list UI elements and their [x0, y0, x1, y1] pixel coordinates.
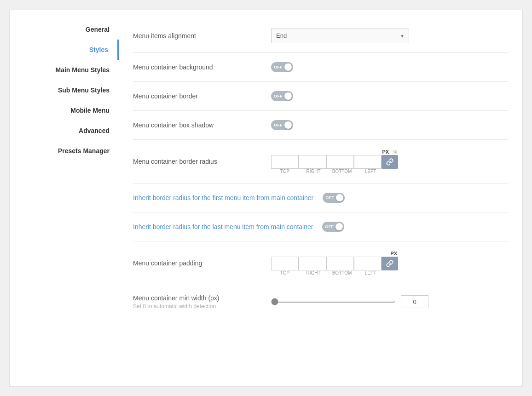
setting-inherit-border-first: Inherit border radius for the first menu… [133, 184, 509, 212]
label-inherit-border-last: Inherit border radius for the last menu … [133, 223, 313, 230]
setting-menu-items-alignment: Menu items alignment Start Center End [133, 19, 509, 53]
label-inherit-border-first: Inherit border radius for the first menu… [133, 194, 313, 201]
label-padding-top: TOP [271, 270, 299, 275]
label-menu-container-background: Menu container background [133, 63, 262, 71]
dimension-inputs-row [271, 155, 398, 169]
control-menu-container-border-radius: PX % [271, 149, 398, 174]
label-menu-container-padding: Menu container padding [133, 259, 262, 267]
border-radius-right-input[interactable] [299, 155, 326, 169]
setting-menu-container-background: Menu container background OFF [133, 53, 509, 82]
link-dimensions-button[interactable] [382, 155, 398, 169]
min-width-slider[interactable] [271, 301, 395, 303]
toggle-off-label-4: OFF [325, 195, 334, 200]
border-radius-bottom-input[interactable] [326, 155, 354, 169]
toggle-off-label-3: OFF [274, 123, 283, 127]
setting-menu-container-box-shadow: Menu container box shadow OFF [133, 111, 509, 140]
border-radius-left-input[interactable] [354, 155, 382, 169]
padding-bottom-input[interactable] [326, 257, 354, 270]
dimension-inputs-padding-row [271, 257, 398, 270]
sidebar-item-advanced[interactable]: Advanced [10, 121, 119, 141]
toggle-inherit-border-first[interactable]: OFF [323, 193, 345, 203]
sidebar-item-sub-menu-styles[interactable]: Sub Menu Styles [10, 80, 119, 100]
sidebar-item-styles[interactable]: Styles [10, 40, 119, 60]
border-radius-top-input[interactable] [271, 155, 299, 169]
toggle-off-label: OFF [274, 65, 283, 69]
padding-right-input[interactable] [299, 257, 326, 270]
toggle-menu-container-box-shadow[interactable]: OFF [271, 120, 293, 130]
content-area: Menu items alignment Start Center End Me… [119, 10, 522, 386]
dimension-inputs-padding: PX [271, 251, 398, 275]
select-alignment[interactable]: Start Center End [271, 29, 409, 43]
link-padding-icon [386, 260, 393, 267]
select-wrapper-alignment: Start Center End [271, 29, 409, 43]
control-menu-items-alignment: Start Center End [271, 29, 409, 43]
unit-px-btn[interactable]: PX [382, 149, 390, 155]
label-padding-right: RIGHT [300, 270, 327, 275]
label-menu-container-box-shadow: Menu container box shadow [133, 121, 262, 129]
link-padding-button[interactable] [382, 257, 398, 270]
setting-menu-container-padding: Menu container padding PX [133, 241, 509, 285]
control-menu-container-min-width [271, 295, 428, 308]
main-container: General Styles Main Menu Styles Sub Menu… [9, 10, 523, 387]
setting-menu-container-min-width: Menu container min width (px) Set 0 to a… [133, 285, 509, 319]
unit-row-border-radius: PX % [271, 149, 398, 155]
control-inherit-border-last: OFF [322, 222, 344, 232]
unit-px-btn-padding[interactable]: PX [389, 251, 398, 256]
sidebar-item-general[interactable]: General [10, 19, 119, 40]
toggle-off-label-2: OFF [274, 94, 283, 98]
toggle-off-label-5: OFF [325, 224, 334, 229]
label-menu-container-min-width: Menu container min width (px) Set 0 to a… [133, 294, 262, 310]
padding-top-input[interactable] [271, 257, 299, 270]
dimension-labels-row: TOP RIGHT BOTTOM LEFT [271, 169, 398, 174]
unit-row-padding: PX [271, 251, 398, 256]
unit-percent-btn[interactable]: % [392, 149, 398, 155]
link-icon [386, 158, 393, 166]
control-menu-container-background: OFF [271, 62, 293, 72]
label-right: RIGHT [300, 169, 327, 174]
label-menu-container-border-radius: Menu container border radius [133, 158, 262, 165]
label-menu-container-border: Menu container border [133, 92, 262, 100]
sidebar-item-presets-manager[interactable]: Presets Manager [10, 141, 119, 161]
control-menu-container-padding: PX [271, 251, 398, 275]
min-width-value-input[interactable] [401, 295, 428, 308]
dimension-inputs-border-radius: PX % [271, 149, 398, 174]
label-bottom: BOTTOM [328, 169, 356, 174]
padding-left-input[interactable] [354, 257, 382, 270]
label-top: TOP [271, 169, 299, 174]
setting-inherit-border-last: Inherit border radius for the last menu … [133, 212, 509, 241]
setting-menu-container-border: Menu container border OFF [133, 82, 509, 111]
label-padding-bottom: BOTTOM [328, 270, 356, 275]
control-menu-container-border: OFF [271, 91, 293, 101]
control-menu-container-box-shadow: OFF [271, 120, 293, 130]
control-inherit-border-first: OFF [323, 193, 345, 203]
label-padding-left: LEFT [357, 270, 384, 275]
dimension-labels-padding-row: TOP RIGHT BOTTOM LEFT [271, 270, 398, 275]
setting-menu-container-border-radius: Menu container border radius PX % [133, 140, 509, 184]
label-left: LEFT [357, 169, 384, 174]
sidebar-item-main-menu-styles[interactable]: Main Menu Styles [10, 60, 119, 80]
label-menu-items-alignment: Menu items alignment [133, 32, 262, 40]
toggle-menu-container-border[interactable]: OFF [271, 91, 293, 101]
sidebar: General Styles Main Menu Styles Sub Menu… [10, 10, 119, 386]
sidebar-item-mobile-menu[interactable]: Mobile Menu [10, 100, 119, 121]
toggle-menu-container-background[interactable]: OFF [271, 62, 293, 72]
toggle-inherit-border-last[interactable]: OFF [322, 222, 344, 232]
